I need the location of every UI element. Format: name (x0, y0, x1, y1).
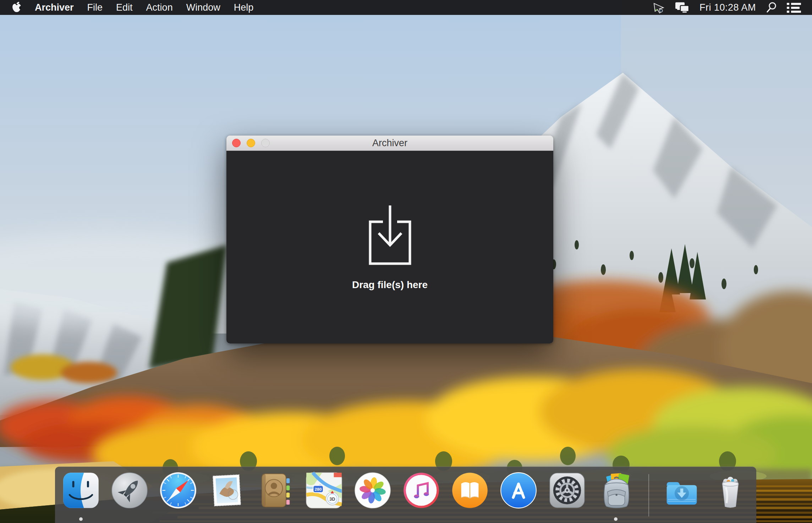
maps-shield-label: 280 (315, 487, 322, 491)
drop-files-icon (367, 204, 413, 265)
displays-icon[interactable] (675, 2, 690, 13)
dock-item-ibooks[interactable] (451, 472, 489, 509)
running-indicator (614, 517, 618, 521)
menu-window[interactable]: Window (186, 2, 220, 13)
mail-icon (208, 472, 246, 509)
menu-file[interactable]: File (87, 2, 103, 13)
dock-item-finder[interactable] (62, 472, 100, 509)
safari-icon (159, 472, 197, 509)
contacts-icon (257, 472, 294, 509)
app-store-icon (500, 472, 537, 509)
traffic-lights (232, 136, 270, 150)
launchpad-icon (111, 472, 148, 509)
running-indicator (79, 517, 83, 521)
dock-item-maps[interactable]: 280 3D (305, 472, 343, 509)
menu-bar: Archiver File Edit Action Window Help (0, 0, 812, 15)
photos-icon (354, 472, 391, 509)
menu-bar-left: Archiver File Edit Action Window Help (12, 2, 253, 13)
dock-separator (648, 474, 649, 517)
zoom-button-disabled (261, 139, 270, 147)
dock: 280 3D (55, 467, 756, 523)
menu-help[interactable]: Help (234, 2, 254, 13)
apple-menu[interactable] (12, 2, 21, 13)
maps-3d-label: 3D (329, 496, 335, 502)
dock-item-app-store[interactable] (500, 472, 537, 509)
close-button[interactable] (232, 139, 241, 147)
itunes-icon (402, 472, 440, 509)
menu-action[interactable]: Action (146, 2, 173, 13)
minimize-button[interactable] (247, 139, 255, 147)
system-preferences-icon (548, 472, 586, 509)
spotlight-search-icon[interactable] (766, 2, 777, 13)
trash-full-icon (712, 472, 749, 509)
downloads-folder-icon (663, 472, 701, 509)
archiver-window: Archiver Drag file(s) here (226, 136, 553, 343)
dock-item-launchpad[interactable] (111, 472, 148, 509)
window-titlebar[interactable]: Archiver (226, 136, 553, 151)
ibooks-icon (451, 472, 489, 509)
pointer-tool-icon[interactable] (653, 2, 665, 13)
notification-center-icon[interactable] (787, 2, 801, 13)
menu-edit[interactable]: Edit (116, 2, 133, 13)
menu-app-name[interactable]: Archiver (35, 2, 74, 13)
drop-zone[interactable]: Drag file(s) here (226, 151, 553, 343)
dock-item-trash[interactable] (712, 472, 749, 509)
window-title: Archiver (372, 138, 407, 149)
dock-item-mail[interactable] (208, 472, 246, 509)
apple-logo-icon (12, 2, 21, 13)
dock-item-downloads[interactable] (663, 472, 701, 509)
dock-item-system-preferences[interactable] (548, 472, 586, 509)
menu-clock[interactable]: Fri 10:28 AM (699, 2, 756, 13)
dock-item-archiver[interactable] (597, 472, 635, 509)
finder-icon (62, 472, 100, 509)
dock-item-safari[interactable] (159, 472, 197, 509)
archiver-backpack-icon (597, 472, 635, 509)
drop-hint-label: Drag file(s) here (352, 279, 428, 291)
maps-icon: 280 3D (305, 472, 343, 509)
dock-item-photos[interactable] (354, 472, 391, 509)
dock-item-contacts[interactable] (257, 472, 294, 509)
dock-item-itunes[interactable] (402, 472, 440, 509)
menu-bar-status: Fri 10:28 AM (653, 2, 801, 13)
